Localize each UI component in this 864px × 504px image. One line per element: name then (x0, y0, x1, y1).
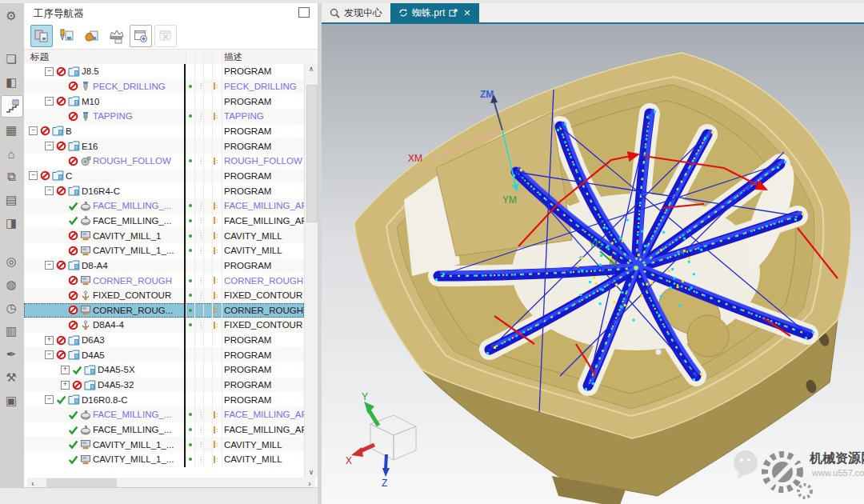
collapse-icon[interactable]: − (45, 350, 54, 359)
prohibit-icon (68, 156, 78, 166)
tree-row[interactable]: FACE_MILLING_...⋮:FACE_MILLING_AREA (24, 407, 304, 422)
collapse-icon[interactable]: − (45, 186, 54, 195)
collapse-icon[interactable]: − (45, 142, 54, 150)
notebook-icon[interactable]: ▤ (1, 190, 22, 210)
output-mark: : (214, 306, 218, 314)
node-description: PROGRAM (224, 186, 271, 196)
tree-row[interactable]: −D16R4-CPROGRAM (24, 183, 304, 198)
web-browser-icon[interactable]: ◍ (1, 274, 22, 295)
scroll-down-icon[interactable]: ∨ (305, 467, 318, 478)
tree-row[interactable]: ROUGH_FOLLOW⋮:ROUGH_FOLLOW (24, 154, 304, 169)
part-markup-icon[interactable]: ◨ (1, 213, 22, 234)
node-title: PECK_DRILLING (93, 82, 166, 91)
tree-row[interactable]: +D4A5-32PROGRAM (24, 378, 304, 393)
tree-row[interactable]: −CPROGRAM (24, 169, 304, 184)
detach-tab-icon[interactable] (449, 9, 458, 18)
tab-spider-prt[interactable]: 蜘蛛.prt ✕ (390, 3, 479, 22)
geometry-view-button[interactable] (80, 25, 102, 47)
tree-row[interactable]: FIXED_CONTOUR⋮:FIXED_CONTOUR (24, 288, 304, 303)
tree-row[interactable]: D8A4-4⋮:FIXED_CONTOUR (24, 318, 304, 333)
tree-row[interactable]: −D8-A4PROGRAM (24, 258, 304, 274)
drilling-icon (80, 81, 91, 91)
node-description: PROGRAM (224, 261, 271, 270)
operation-navigator-icon[interactable] (1, 95, 23, 118)
node-description: CAVITY_MILL (224, 440, 282, 450)
cavity-mill-icon (80, 246, 91, 256)
operation-navigator-panel: 工序导航器 标题 描述 −J8.5PROGRAMPECK_DRILLING⋮:P… (24, 3, 318, 490)
tree-row[interactable]: CAVITY_MILL_1_...⋮:CAVITY_MILL (24, 452, 304, 467)
node-description: CAVITY_MILL (224, 231, 282, 241)
prohibit-icon (68, 246, 78, 256)
3d-viewport[interactable]: ZM YM XM YC Y X Z (322, 24, 864, 504)
tree-row[interactable]: −D16R0.8-CPROGRAM (24, 392, 304, 407)
status-marks: ⋮: (186, 273, 222, 288)
machining-method-view-button[interactable] (105, 25, 127, 47)
tree-row[interactable]: CAVITY_MILL_1⋮:CAVITY_MILL (24, 228, 304, 243)
program-group-icon (52, 126, 64, 136)
constraint-navigator-icon[interactable]: ◧ (1, 72, 22, 93)
node-title: CORNER_ROUGH (93, 276, 172, 286)
status-marks: ⋮: (186, 214, 222, 229)
node-title: CAVITY_MILL_1 (93, 231, 161, 241)
scroll-up-icon[interactable]: ∧ (305, 64, 318, 74)
expand-icon[interactable]: + (61, 381, 70, 390)
status-marks: ⋮: (186, 228, 222, 243)
collapse-icon[interactable]: − (45, 67, 54, 76)
path-mark: ⋮ (198, 411, 204, 418)
tools-icon[interactable]: ⚒ (1, 367, 22, 388)
expand-window-button[interactable] (130, 25, 152, 47)
machine-simulation-icon[interactable]: ▣ (1, 390, 22, 411)
tree-row[interactable]: +D6A3PROGRAM (24, 333, 304, 348)
history-icon[interactable]: ◷ (1, 298, 22, 318)
tree-row[interactable]: CAVITY_MILL_1_...⋮:CAVITY_MILL (24, 437, 304, 452)
vertical-scrollbar[interactable]: ∧ ∨ (304, 64, 318, 478)
tree-row[interactable]: −D4A5PROGRAM (24, 347, 304, 362)
node-description: PROGRAM (224, 350, 271, 360)
expand-icon[interactable]: + (61, 366, 70, 374)
close-tab-icon[interactable]: ✕ (463, 8, 470, 18)
tree-row[interactable]: TAPPING⋮:TAPPING (24, 109, 304, 124)
collapse-icon[interactable]: − (45, 395, 54, 404)
tree-row[interactable]: FACE_MILLING_...⋮:FACE_MILLING_AREA (24, 422, 304, 438)
assembly-navigator-icon[interactable]: ❏ (1, 49, 22, 70)
tree-row[interactable]: −J8.5PROGRAM (24, 64, 304, 79)
collapse-icon[interactable]: − (45, 261, 54, 270)
node-title: B (66, 126, 72, 136)
tree-row[interactable]: +D4A5-5XPROGRAM (24, 362, 304, 378)
tree-row[interactable]: FACE_MILLING_...⋮:FACE_MILLING_AREA (24, 198, 304, 214)
tree-row[interactable]: CAVITY_MILL_1_...⋮:CAVITY_MILL (24, 243, 304, 258)
color-palette-icon[interactable]: ▥ (1, 321, 22, 342)
program-group-icon (68, 141, 80, 151)
path-mark: ⋮ (198, 202, 204, 210)
expand-icon[interactable]: + (45, 336, 54, 345)
machine-tool-view-button[interactable] (55, 25, 78, 47)
tree-row[interactable]: CORNER_ROUG...⋮:CORNER_ROUGH (24, 303, 304, 318)
collapse-icon[interactable]: − (29, 171, 38, 180)
tree-row[interactable]: −BPROGRAM (24, 124, 304, 139)
tool-change-mark (189, 234, 192, 238)
customize-icon[interactable]: ✒ (1, 344, 22, 365)
path-mark: ⋮ (198, 232, 204, 239)
collapse-icon[interactable]: − (29, 126, 38, 135)
delete-button[interactable] (154, 25, 177, 47)
program-order-view-button[interactable] (30, 25, 53, 47)
tree-row[interactable]: PECK_DRILLING⋮:PECK_DRILLING (24, 79, 304, 94)
tree-row[interactable]: −E16PROGRAM (24, 138, 304, 154)
process-flow-icon[interactable]: ⧉ (1, 166, 22, 187)
find-part-icon[interactable]: ◎ (1, 251, 22, 272)
prohibit-icon (68, 111, 78, 122)
program-group-icon (68, 394, 80, 405)
tab-discovery-center[interactable]: 发现中心 (322, 3, 390, 22)
tool-change-mark (189, 443, 192, 446)
gear-icon[interactable]: ⚙ (1, 6, 22, 26)
tree-row[interactable]: CORNER_ROUGH⋮:CORNER_ROUGH (24, 273, 304, 288)
collapse-icon[interactable]: − (45, 97, 54, 106)
operation-tree[interactable]: −J8.5PROGRAMPECK_DRILLING⋮:PECK_DRILLING… (24, 64, 304, 467)
machine-tool-navigator-icon[interactable]: ▦ (1, 120, 22, 141)
tree-row[interactable]: −M10PROGRAM (24, 94, 304, 109)
float-window-button[interactable] (298, 7, 310, 18)
prohibit-icon (40, 126, 50, 136)
tree-row[interactable]: FACE_MILLING_...⋮:FACE_MILLING_AREA (24, 214, 304, 229)
vertical-scroll-thumb[interactable] (306, 85, 318, 222)
machining-feature-navigator-icon[interactable]: ⌂ (1, 143, 22, 164)
